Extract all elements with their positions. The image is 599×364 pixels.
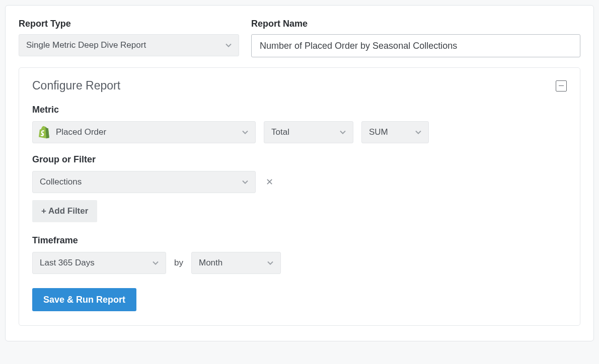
chevron-down-icon: [340, 130, 346, 134]
timeframe-interval-value: Month: [199, 258, 222, 268]
timeframe-interval-select[interactable]: Month: [191, 252, 281, 274]
configure-report-panel: Configure Report Metric Placed Order: [19, 67, 580, 326]
report-type-field: Report Type Single Metric Deep Dive Repo…: [19, 19, 239, 57]
chevron-down-icon: [267, 261, 273, 265]
chevron-down-icon: [242, 130, 248, 134]
metric-row: Placed Order Total SUM: [32, 121, 567, 143]
metric-select[interactable]: Placed Order: [32, 121, 256, 143]
group-filter-select[interactable]: Collections: [32, 171, 256, 193]
report-name-field: Report Name: [251, 19, 580, 57]
timeframe-range-value: Last 365 Days: [40, 258, 95, 268]
report-name-label: Report Name: [251, 19, 580, 29]
metric-aggregation-value: SUM: [369, 127, 388, 137]
timeframe-row: Last 365 Days by Month: [32, 252, 567, 274]
group-filter-label: Group or Filter: [32, 154, 567, 165]
report-builder-card: Report Type Single Metric Deep Dive Repo…: [5, 5, 594, 341]
remove-filter-button[interactable]: ✕: [264, 177, 275, 187]
chevron-down-icon: [242, 180, 248, 184]
metric-aggregation-select[interactable]: SUM: [361, 121, 429, 143]
collapse-button[interactable]: [556, 80, 567, 92]
minus-icon: [559, 85, 564, 86]
chevron-down-icon: [415, 130, 421, 134]
configure-header: Configure Report: [32, 79, 567, 93]
group-filter-row: Collections ✕: [32, 171, 567, 193]
metric-measure-select[interactable]: Total: [264, 121, 353, 143]
chevron-down-icon: [226, 43, 232, 47]
configure-title: Configure Report: [32, 79, 120, 93]
report-type-select[interactable]: Single Metric Deep Dive Report: [19, 34, 239, 56]
shopify-icon: [38, 126, 50, 139]
top-row: Report Type Single Metric Deep Dive Repo…: [19, 19, 580, 57]
report-name-input[interactable]: [251, 34, 580, 57]
by-label: by: [174, 258, 183, 268]
save-run-button[interactable]: Save & Run Report: [32, 288, 136, 311]
add-filter-button[interactable]: + Add Filter: [32, 200, 97, 222]
chevron-down-icon: [153, 261, 159, 265]
group-filter-value: Collections: [40, 177, 82, 187]
report-type-label: Report Type: [19, 19, 239, 29]
metric-value: Placed Order: [56, 127, 106, 137]
report-type-value: Single Metric Deep Dive Report: [26, 40, 146, 50]
timeframe-range-select[interactable]: Last 365 Days: [32, 252, 166, 274]
metric-label: Metric: [32, 105, 567, 115]
metric-measure-value: Total: [271, 127, 289, 137]
timeframe-label: Timeframe: [32, 235, 567, 246]
